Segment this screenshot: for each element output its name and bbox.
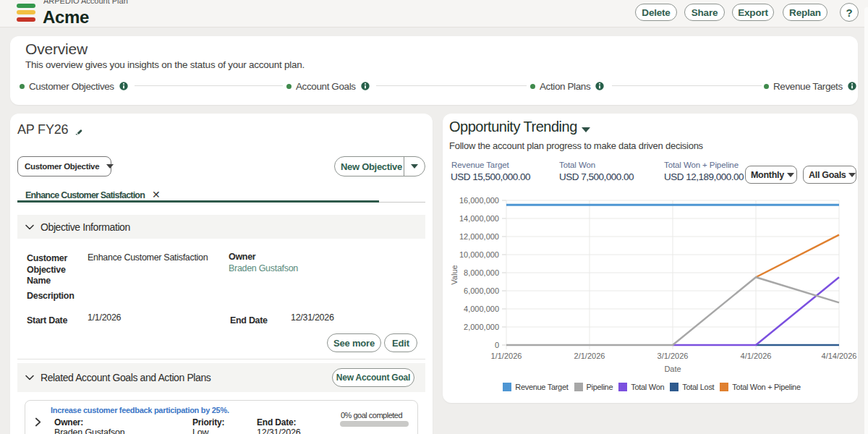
- svg-text:2/1/2026: 2/1/2026: [574, 352, 605, 360]
- svg-text:2,000,000: 2,000,000: [464, 323, 499, 331]
- svg-text:10,000,000: 10,000,000: [459, 250, 499, 259]
- svg-text:6,000,000: 6,000,000: [464, 286, 499, 295]
- svg-text:12,000,000: 12,000,000: [459, 232, 499, 241]
- svg-text:Date: Date: [664, 365, 681, 373]
- svg-text:4,000,000: 4,000,000: [464, 305, 499, 313]
- svg-text:14,000,000: 14,000,000: [459, 214, 499, 223]
- svg-text:16,000,000: 16,000,000: [459, 196, 499, 205]
- svg-text:1/1/2026: 1/1/2026: [491, 352, 522, 360]
- svg-text:8,000,000: 8,000,000: [464, 268, 499, 277]
- svg-text:4/1/2026: 4/1/2026: [741, 352, 772, 360]
- svg-text:3/1/2026: 3/1/2026: [658, 352, 689, 360]
- svg-text:0: 0: [495, 341, 499, 349]
- svg-text:Value: Value: [450, 265, 459, 284]
- svg-text:4/14/2026: 4/14/2026: [822, 352, 857, 360]
